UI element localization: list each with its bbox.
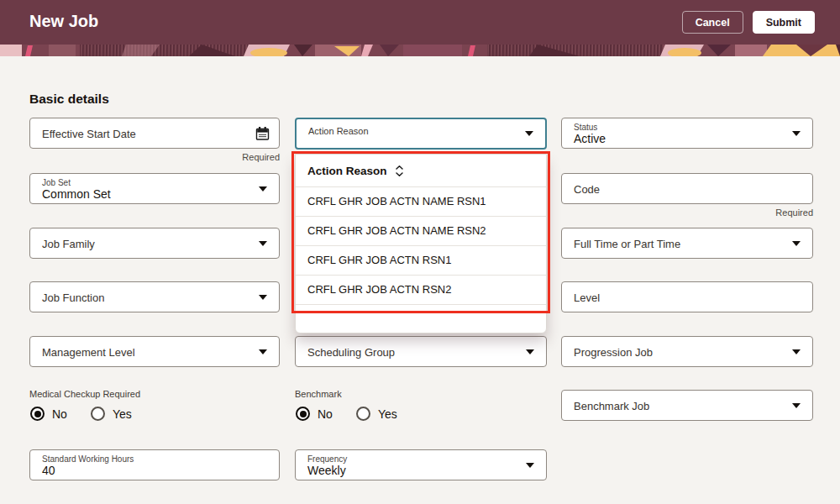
chevron-down-icon[interactable] <box>526 349 534 354</box>
radio-unselected-icon[interactable] <box>91 407 105 421</box>
dropdown-option[interactable]: CRFL GHR JOB ACTN NAME RSN2 <box>296 216 546 245</box>
header-actions: Cancel Submit <box>682 11 815 34</box>
new-job-page: New Job Cancel Submit <box>0 0 840 504</box>
radio-selected-icon[interactable] <box>296 407 310 421</box>
medical-checkup-option-yes[interactable]: Yes <box>91 407 132 421</box>
required-hint-code: Required <box>561 207 813 218</box>
action-reason-combobox[interactable]: Action Reason <box>295 118 547 150</box>
level-field[interactable]: Level <box>561 281 813 312</box>
chevron-down-icon[interactable] <box>792 403 801 408</box>
benchmark-label: Benchmark <box>295 389 342 399</box>
chevron-down-icon[interactable] <box>259 186 267 192</box>
section-title: Basic details <box>29 92 109 107</box>
code-placeholder: Code <box>574 182 600 195</box>
dropdown-footer-spacer <box>296 304 546 327</box>
effective-start-date-field[interactable]: Effective Start Date <box>29 118 280 149</box>
submit-button[interactable]: Submit <box>753 11 815 34</box>
chevron-down-icon[interactable] <box>792 241 801 246</box>
job-function-placeholder: Job Function <box>42 291 104 303</box>
required-hint-effective-start-date: Required <box>29 152 280 162</box>
chevron-down-icon[interactable] <box>259 295 267 300</box>
chevron-down-icon[interactable] <box>526 463 534 468</box>
chevron-down-icon[interactable] <box>792 131 801 136</box>
benchmark-job-placeholder: Benchmark Job <box>574 399 649 412</box>
radio-label: Yes <box>378 407 397 421</box>
chevron-down-icon[interactable] <box>259 241 267 246</box>
dropdown-option[interactable]: CRFL GHR JOB ACTN NAME RSN1 <box>296 186 546 216</box>
radio-label: No <box>52 407 67 421</box>
header-decoration <box>0 45 840 56</box>
dropdown-column-header[interactable]: Action Reason <box>296 155 546 186</box>
management-level-select[interactable]: Management Level <box>29 336 280 367</box>
benchmark-job-select[interactable]: Benchmark Job <box>561 390 813 421</box>
calendar-icon[interactable] <box>255 125 270 141</box>
standard-working-hours-value: 40 <box>42 464 55 477</box>
medical-checkup-option-no[interactable]: No <box>30 407 67 421</box>
progression-job-select[interactable]: Progression Job <box>561 336 813 367</box>
full-time-placeholder: Full Time or Part Time <box>574 237 680 249</box>
effective-start-date-placeholder: Effective Start Date <box>42 127 136 139</box>
benchmark-option-yes[interactable]: Yes <box>356 407 397 421</box>
code-field[interactable]: Code <box>561 173 813 204</box>
chevron-down-icon[interactable] <box>259 349 267 354</box>
status-label: Status <box>574 123 597 132</box>
frequency-label: Frequency <box>307 454 347 464</box>
medical-checkup-required-label: Medical Checkup Required <box>29 389 140 399</box>
radio-selected-icon[interactable] <box>30 407 45 421</box>
frequency-select[interactable]: Frequency Weekly <box>295 449 547 480</box>
radio-label: No <box>318 407 333 421</box>
scheduling-group-placeholder: Scheduling Group <box>307 345 395 358</box>
level-placeholder: Level <box>574 291 600 303</box>
status-value: Active <box>574 132 606 145</box>
sort-icon[interactable] <box>395 165 404 177</box>
action-reason-dropdown-panel: Action Reason CRFL GHR JOB ACTN NAME RSN… <box>295 154 547 333</box>
full-time-or-part-time-select[interactable]: Full Time or Part Time <box>561 228 813 259</box>
job-family-placeholder: Job Family <box>42 237 95 249</box>
chevron-down-icon[interactable] <box>525 131 533 136</box>
dropdown-option[interactable]: CRFL GHR JOB ACTN RSN1 <box>296 245 546 275</box>
management-level-placeholder: Management Level <box>42 345 135 358</box>
dropdown-option[interactable]: CRFL GHR JOB ACTN RSN2 <box>296 275 546 304</box>
benchmark-radio-group: No Yes <box>296 407 397 421</box>
job-set-label: Job Set <box>42 178 71 187</box>
job-set-value: Common Set <box>42 187 111 201</box>
dropdown-header-label: Action Reason <box>307 165 387 177</box>
frequency-value: Weekly <box>307 464 346 477</box>
standard-working-hours-field[interactable]: Standard Working Hours 40 <box>29 449 280 480</box>
scheduling-group-select[interactable]: Scheduling Group <box>295 336 547 367</box>
page-title: New Job <box>29 12 98 31</box>
progression-job-placeholder: Progression Job <box>574 345 653 358</box>
app-header: New Job Cancel Submit <box>0 0 840 45</box>
job-family-select[interactable]: Job Family <box>29 228 280 259</box>
chevron-down-icon[interactable] <box>792 349 801 354</box>
standard-working-hours-label: Standard Working Hours <box>42 454 134 464</box>
job-function-select[interactable]: Job Function <box>29 281 280 312</box>
job-set-select[interactable]: Job Set Common Set <box>29 173 280 204</box>
radio-label: Yes <box>113 407 132 421</box>
status-select[interactable]: Status Active <box>561 118 813 149</box>
cancel-button[interactable]: Cancel <box>682 11 743 34</box>
benchmark-option-no[interactable]: No <box>296 407 333 421</box>
medical-checkup-radio-group: No Yes <box>30 407 132 421</box>
action-reason-placeholder: Action Reason <box>308 126 369 136</box>
radio-unselected-icon[interactable] <box>356 407 370 421</box>
